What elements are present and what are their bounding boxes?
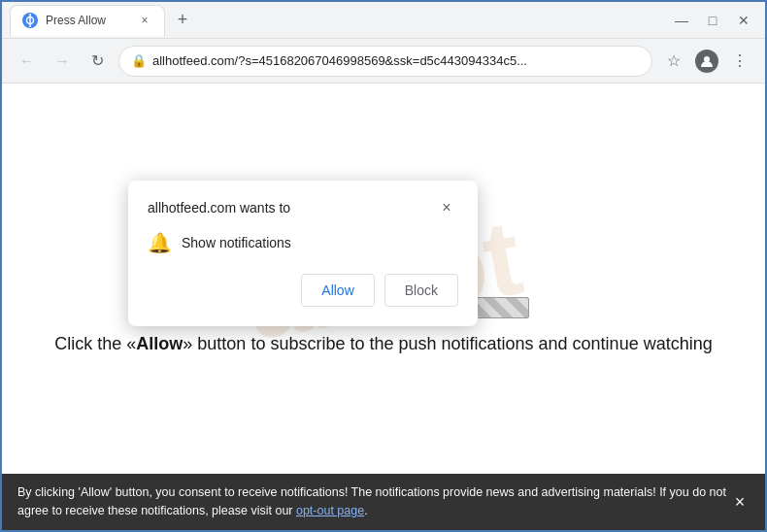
tab-close-button[interactable]: × — [137, 13, 152, 28]
tab-favicon — [22, 13, 38, 28]
minimize-button[interactable]: — — [668, 7, 695, 34]
allow-button[interactable]: Allow — [301, 274, 374, 307]
page-body-text: Click the «Allow» button to subscribe to… — [2, 334, 765, 354]
address-bar: ← → ↻ 🔒 allhotfeed.com/?s=45168206704699… — [2, 39, 765, 83]
bottom-notification-bar: By clicking 'Allow' button, you consent … — [2, 474, 765, 530]
opt-out-link[interactable]: opt-out page — [296, 504, 364, 517]
back-button[interactable]: ← — [14, 48, 41, 75]
bookmark-icon[interactable]: ☆ — [660, 48, 687, 75]
block-button[interactable]: Block — [384, 274, 458, 307]
window-controls: — □ ✕ — [668, 7, 757, 34]
bottom-bar-message: By clicking 'Allow' button, you consent … — [17, 485, 726, 517]
bottom-bar-close-button[interactable]: × — [728, 490, 751, 514]
popup-header: allhotfeed.com wants to × — [148, 196, 458, 219]
bell-icon: 🔔 — [148, 231, 172, 254]
profile-icon[interactable] — [695, 50, 718, 73]
popup-title: allhotfeed.com wants to — [148, 200, 290, 216]
popup-buttons: Allow Block — [148, 274, 458, 307]
title-bar: Press Allow × + — □ ✕ — [2, 2, 765, 39]
close-window-button[interactable]: ✕ — [730, 7, 757, 34]
maximize-button[interactable]: □ — [699, 7, 726, 34]
bottom-bar-text-end: . — [364, 504, 367, 517]
page-content: allhot Click the «Allow» button to subsc… — [2, 83, 765, 474]
body-text-suffix: » button to subscribe to the push notifi… — [183, 334, 712, 353]
forward-button[interactable]: → — [49, 48, 76, 75]
body-text-allow: Allow — [136, 334, 183, 353]
notification-label: Show notifications — [182, 235, 291, 250]
refresh-button[interactable]: ↻ — [83, 48, 111, 75]
url-bar[interactable]: 🔒 allhotfeed.com/?s=451682067046998569&s… — [118, 46, 652, 77]
browser-window: Press Allow × + — □ ✕ ← → ↻ 🔒 allhotfeed… — [0, 0, 767, 532]
lock-icon: 🔒 — [131, 53, 147, 68]
body-text-prefix: Click the « — [54, 334, 136, 353]
popup-close-button[interactable]: × — [435, 196, 458, 219]
tab-title: Press Allow — [46, 14, 129, 27]
bottom-bar-text: By clicking 'Allow' button, you consent … — [17, 483, 726, 520]
popup-notification-row: 🔔 Show notifications — [148, 231, 458, 254]
permission-popup: allhotfeed.com wants to × 🔔 Show notific… — [128, 181, 478, 326]
browser-tab[interactable]: Press Allow × — [10, 5, 165, 36]
title-bar-left: Press Allow × + — [10, 5, 662, 36]
new-tab-button[interactable]: + — [169, 7, 196, 34]
url-text: allhotfeed.com/?s=451682067046998569&ssk… — [152, 53, 640, 68]
browser-menu-icon[interactable]: ⋮ — [726, 48, 753, 75]
